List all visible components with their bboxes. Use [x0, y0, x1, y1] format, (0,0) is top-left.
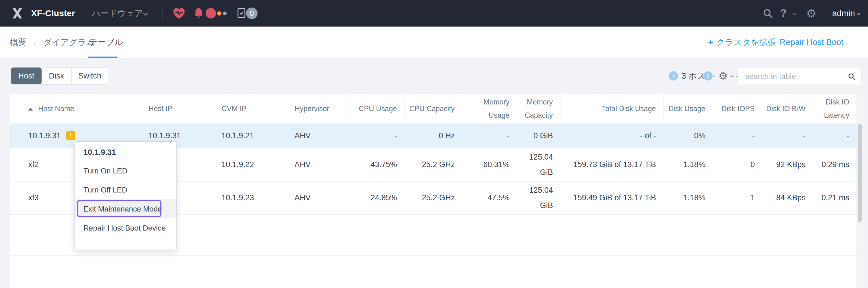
chevron-left-icon — [672, 74, 676, 78]
table-row-empty — [10, 255, 857, 276]
help-chevron-icon[interactable] — [793, 11, 797, 15]
topbar-divider — [825, 7, 825, 20]
warning-dot-icon[interactable] — [217, 11, 221, 15]
col-header-memory-usage[interactable]: Memory Usage — [462, 94, 517, 124]
global-search-icon[interactable] — [762, 8, 773, 20]
cluster-name[interactable]: XF-Cluster — [31, 0, 75, 27]
chevron-down-icon[interactable] — [143, 11, 148, 16]
col-header-disk-usage[interactable]: Disk Usage — [663, 94, 713, 124]
user-menu[interactable]: admin — [832, 0, 855, 27]
entity-tab-disk[interactable]: Disk — [41, 67, 71, 84]
task-count-badge[interactable]: 0 — [246, 7, 257, 19]
user-chevron-icon[interactable] — [857, 11, 860, 15]
tab-table[interactable]: テーブル — [89, 27, 123, 58]
menu-item-exit-maintenance-mode[interactable]: Exit Maintenance Mode — [75, 199, 177, 219]
tab-diagram[interactable]: ダイアグラム — [43, 27, 95, 58]
expand-cluster-link[interactable]: +クラスタを拡張 — [708, 27, 776, 58]
menu-item-turn-off-led[interactable]: Turn Off LED — [75, 180, 177, 199]
sub-nav: 概要 · ダイアグラム · テーブル +クラスタを拡張 Repair Host … — [0, 27, 868, 58]
col-header-host-ip[interactable]: Host IP — [140, 94, 213, 124]
table-settings-chevron-icon[interactable] — [730, 74, 734, 77]
menu-item-repair-host-boot-device[interactable]: Repair Host Boot Device — [75, 219, 177, 237]
tab-overview[interactable]: 概要 — [10, 27, 27, 58]
entity-tab-host[interactable]: Host — [11, 67, 41, 84]
col-header-disk-iops[interactable]: Disk IOPS — [713, 94, 762, 124]
hardware-menu[interactable]: ハードウェア — [92, 0, 143, 27]
entity-tab-group: Host Disk Switch — [11, 67, 108, 85]
pager-prev-button[interactable] — [669, 71, 678, 81]
app-window: XF-Cluster ハードウェア 0 — [0, 0, 868, 288]
toolbar-separator-dot: · — [713, 67, 716, 85]
vertical-scrollbar[interactable] — [858, 124, 862, 222]
table-search — [738, 68, 862, 85]
nav-separator-dot: · — [33, 27, 36, 58]
col-header-total-disk-usage[interactable]: Total Disk Usage — [560, 94, 663, 124]
help-icon[interactable]: ? — [780, 0, 786, 27]
chevron-right-icon — [706, 74, 710, 78]
col-header-cvm-ip[interactable]: CVM IP — [213, 94, 286, 124]
health-heart-icon[interactable] — [172, 7, 186, 22]
host-context-menu: 10.1.9.31 Turn On LED Turn Off LED Exit … — [74, 141, 177, 250]
alerts-bell-icon[interactable] — [193, 7, 205, 21]
warning-icon[interactable]: ! — [66, 131, 75, 140]
topbar-divider — [83, 7, 83, 20]
col-header-disk-io-latency[interactable]: Disk IO Latency — [813, 94, 857, 124]
menu-item-turn-on-led[interactable]: Turn On LED — [75, 161, 177, 180]
plus-icon: + — [708, 37, 713, 47]
col-header-hypervisor[interactable]: Hypervisor — [286, 94, 346, 124]
col-header-cpu-usage[interactable]: CPU Usage — [346, 94, 404, 124]
host-name-link[interactable]: 10.1.9.31 — [28, 128, 61, 143]
col-header-cpu-capacity[interactable]: CPU Capacity — [404, 94, 462, 124]
table-settings-gear-icon[interactable]: ⚙ — [718, 67, 728, 85]
col-header-memory-capacity[interactable]: Memory Capacity — [517, 94, 560, 124]
top-bar: XF-Cluster ハードウェア 0 — [0, 0, 868, 27]
search-icon[interactable] — [847, 72, 856, 81]
nav-separator-dot: · — [82, 27, 85, 58]
sort-asc-icon — [28, 108, 33, 110]
col-header-host-name[interactable]: Host Name — [10, 94, 140, 124]
col-header-disk-io-bw[interactable]: Disk IO B/W — [762, 94, 813, 124]
brand-x-logo-icon[interactable] — [11, 7, 24, 21]
table-row-empty — [10, 276, 857, 288]
table-header-row: Host Name Host IP CVM IP Hypervisor CPU … — [10, 94, 857, 124]
pager-next-button[interactable] — [704, 71, 713, 81]
settings-gear-icon[interactable]: ⚙ — [806, 0, 816, 27]
entity-tab-switch[interactable]: Switch — [71, 67, 108, 84]
table-search-input[interactable] — [745, 72, 847, 81]
active-tab-underline — [88, 57, 118, 58]
context-menu-title: 10.1.9.31 — [75, 145, 177, 161]
alert-count-dot-icon[interactable] — [206, 8, 216, 19]
tasks-clipboard-icon[interactable] — [236, 7, 247, 21]
info-dot-icon[interactable] — [223, 11, 227, 15]
